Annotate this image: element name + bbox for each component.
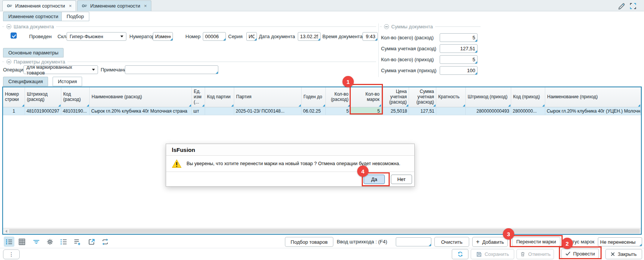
collapse-icon[interactable] — [384, 24, 389, 29]
cell-code-out[interactable]: 48103190... — [61, 107, 90, 115]
barcode-entry-label: Ввод штрихкода : (F4) — [337, 239, 387, 245]
doc-time-input[interactable] — [362, 32, 378, 41]
sum-amount-in-label: Сумма учетная (приход) — [381, 68, 437, 73]
open-external-icon[interactable] — [86, 237, 97, 247]
annotation-badge-1: 1 — [342, 76, 354, 87]
tab-specifikaciya[interactable]: Спецификация — [3, 77, 48, 86]
chevron-down-icon — [92, 69, 95, 71]
settings-gear-icon[interactable] — [45, 237, 55, 247]
doc-date-label: Дата документа — [259, 34, 295, 39]
tab-podbor[interactable]: Подбор — [61, 12, 89, 21]
column-header[interactable]: Наименование (расход) — [90, 87, 192, 107]
window-tab-izmenenie-sortnosti[interactable]: Изменение сортности × — [77, 0, 151, 11]
column-header[interactable]: Кол-во (расход) — [326, 87, 351, 107]
column-header[interactable]: Штрихкод (расход) — [25, 87, 61, 107]
no-button[interactable]: Нет — [391, 175, 412, 184]
save-button[interactable]: Сохранить — [471, 249, 514, 259]
group-title: Шапка документа — [14, 24, 54, 29]
barcode-input[interactable] — [396, 237, 431, 246]
cell-qty-out[interactable]: 5 — [326, 107, 351, 115]
footer-divider — [0, 248, 644, 248]
collapse-icon[interactable] — [6, 59, 11, 64]
close-icon[interactable]: × — [69, 3, 72, 9]
series-input[interactable] — [246, 32, 257, 41]
refresh-cycle-icon[interactable] — [100, 237, 110, 247]
column-header[interactable]: Штрихкод (приход) — [466, 87, 511, 107]
column-header[interactable]: Номер строки — [3, 87, 25, 107]
sum-qty-out-input[interactable] — [440, 33, 478, 42]
dialog-message: Вы уверены, что хотите перенести марки н… — [187, 161, 400, 166]
column-header[interactable]: Годен до — [302, 87, 326, 107]
cell-marks-qty-selected[interactable]: 5 — [351, 107, 382, 115]
sum-amount-in-input[interactable] — [440, 66, 478, 75]
column-header[interactable]: Цена учетная (расход) — [382, 87, 409, 107]
cell-amount-out[interactable]: 127,51 — [409, 107, 436, 115]
add-button[interactable]: + Добавить — [472, 237, 508, 247]
cell-batch-code[interactable] — [205, 107, 234, 115]
sum-amount-out-input[interactable] — [440, 44, 478, 53]
cell-barcode-in[interactable]: 2800000000493 — [466, 107, 511, 115]
proveden-checkbox[interactable] — [11, 32, 17, 39]
post-button[interactable]: Провести — [561, 249, 599, 258]
cell-price-out[interactable]: 25,5018 — [382, 107, 409, 115]
operation-select[interactable]: для маркированных товаров — [23, 65, 98, 74]
more-menu-button[interactable]: ⋮ — [3, 249, 20, 259]
edit-pencil-icon[interactable] — [618, 2, 626, 10]
doc-date-input[interactable] — [298, 32, 320, 41]
numerator-label: Нумератор — [129, 34, 154, 39]
horizontal-scrollbar — [3, 228, 641, 234]
tab-istoriya[interactable]: История — [53, 77, 82, 86]
numerator-input[interactable] — [153, 32, 173, 41]
annotation-badge-2: 2 — [562, 238, 573, 249]
cell-row-number[interactable]: 1 — [3, 107, 25, 115]
cell-unit[interactable]: шт — [192, 107, 205, 115]
close-icon[interactable]: × — [144, 3, 147, 9]
table-row[interactable]: 1 4810319000297 48103190... Сырок гл.20%… — [3, 107, 641, 115]
grid-view-icon[interactable] — [17, 237, 27, 247]
link-icon — [82, 4, 87, 8]
cell-expiry[interactable]: 06.02.25 — [302, 107, 326, 115]
yes-button[interactable]: Да — [364, 175, 385, 184]
link-icon — [7, 4, 12, 8]
tab-izmenenie-sortnosti[interactable]: Изменение сортности — [3, 12, 64, 21]
cancel-button[interactable]: Отменить — [516, 249, 554, 259]
scroll-left-button[interactable] — [3, 228, 9, 234]
refresh-button[interactable] — [452, 249, 468, 259]
collapse-icon[interactable] — [6, 24, 11, 29]
column-header[interactable]: Код партии — [205, 87, 234, 107]
column-header[interactable]: Ед. изм (... — [192, 87, 205, 107]
cell-name-out[interactable]: Сырок гл.20% клубника 40г Молочная стран… — [90, 107, 192, 115]
tab-osnovnye-parametry[interactable]: Основные параметры — [3, 48, 64, 57]
note-input[interactable] — [125, 65, 218, 74]
column-header[interactable]: Код (расход) — [61, 87, 90, 107]
column-header[interactable]: Код (приход) — [511, 87, 545, 107]
add-row-icon[interactable] — [72, 237, 82, 247]
filter-icon[interactable] — [31, 237, 42, 247]
cell-multiplicity[interactable] — [436, 107, 466, 115]
close-x-icon — [611, 252, 615, 256]
sum-qty-in-input[interactable] — [440, 55, 478, 64]
sklad-select[interactable]: Гипер-Фьюжен — [67, 32, 126, 41]
column-header[interactable]: Партия — [234, 87, 302, 107]
numbered-list-icon[interactable] — [58, 237, 69, 247]
cell-barcode-out[interactable]: 4810319000297 — [25, 107, 61, 115]
close-button[interactable]: Закрыть — [605, 249, 642, 259]
number-input[interactable] — [203, 32, 226, 41]
column-header-kolvo-marok[interactable]: Кол-во марок — [351, 87, 382, 107]
transfer-marks-button[interactable]: Перенести марки — [512, 237, 560, 246]
warning-icon — [172, 159, 182, 168]
column-header[interactable]: Наименование (приход) — [545, 87, 641, 107]
fullscreen-icon[interactable] — [629, 2, 637, 10]
column-header[interactable]: Кратность — [436, 87, 466, 107]
cell-name-in[interactable]: Сырок гл.20% клубника 40г (УЦЕН.) Молочн… — [545, 107, 641, 115]
window-tab-izmeneniya-sortnosti[interactable]: Изменения сортности × — [2, 0, 76, 11]
marks-status-input[interactable] — [598, 237, 642, 246]
podbor-tovarov-button[interactable]: Подбор товаров — [285, 237, 333, 247]
cell-batch[interactable]: 2025-01-23/ ПС00148... — [234, 107, 302, 115]
clear-button[interactable]: Очистить — [434, 237, 469, 247]
column-header[interactable]: Сумма учетная (расход) — [409, 87, 436, 107]
cell-code-in[interactable]: 28000000... — [511, 107, 545, 115]
window-tab-bar: Изменения сортности × Изменение сортност… — [0, 0, 644, 11]
list-view-icon[interactable] — [4, 237, 14, 247]
scrollbar-thumb[interactable] — [9, 229, 640, 233]
